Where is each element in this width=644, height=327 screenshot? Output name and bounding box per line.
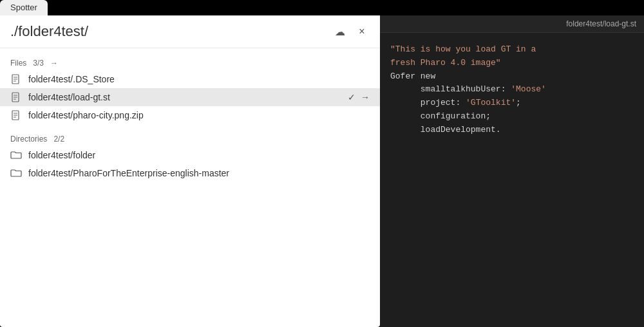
directory-item[interactable]: folder4test/PharoForTheEnterprise-englis… [0, 164, 380, 182]
dir-name: folder4test/folder [28, 150, 370, 160]
top-black-bar [380, 0, 644, 15]
file-name: folder4test/load-gt.st [28, 92, 341, 102]
header: ./folder4test/ ☁ × [0, 15, 380, 48]
file-item[interactable]: folder4test/.DS_Store [0, 70, 380, 88]
folder-icon [10, 149, 22, 161]
code-breadcrumb: folder4test/load-gt.st [380, 15, 644, 33]
files-arrow-icon[interactable]: → [50, 59, 58, 68]
file-name: folder4test/pharo-city.png.zip [28, 110, 370, 120]
header-icons: ☁ × [332, 24, 370, 39]
close-icon[interactable]: × [354, 24, 370, 39]
main-panel: ./folder4test/ ☁ × Files 3/3 → [0, 15, 380, 327]
code-content: "This is how you load GT in a fresh Phar… [380, 33, 644, 327]
directories-section-label: Directories 2/2 [0, 129, 380, 146]
file-action-icons: ✓ → [348, 92, 370, 102]
cloud-icon[interactable]: ☁ [332, 24, 348, 39]
checkmark-icon[interactable]: ✓ [348, 92, 355, 102]
folder-icon [10, 167, 22, 179]
code-line-1: "This is how you load GT in a fresh Phar… [390, 44, 536, 68]
spotter-tab-label: Spotter [10, 3, 37, 12]
code-panel: folder4test/load-gt.st "This is how you … [380, 0, 644, 327]
code-line-3: Gofer new smalltalkhubUser: [390, 71, 511, 95]
file-item-selected[interactable]: folder4test/load-gt.st ✓ → [0, 88, 380, 106]
files-section-label: Files 3/3 → [0, 53, 380, 70]
directory-item[interactable]: folder4test/folder [0, 146, 380, 164]
code-value-1: 'Moose' [511, 84, 546, 94]
file-item[interactable]: folder4test/pharo-city.png.zip [0, 106, 380, 124]
code-line-4: project: [390, 98, 466, 107]
code-value-2: 'GToolkit' [466, 98, 516, 107]
dir-name: folder4test/PharoForTheEnterprise-englis… [28, 168, 370, 178]
file-icon [10, 73, 22, 85]
folder-path-title: ./folder4test/ [10, 23, 327, 40]
file-icon [10, 91, 22, 103]
go-arrow-icon[interactable]: → [361, 92, 370, 102]
file-list-content: Files 3/3 → folder4test/.DS_Store [0, 48, 380, 327]
spotter-tab[interactable]: Spotter [0, 0, 48, 17]
file-name: folder4test/.DS_Store [28, 74, 370, 84]
file-icon [10, 109, 22, 121]
